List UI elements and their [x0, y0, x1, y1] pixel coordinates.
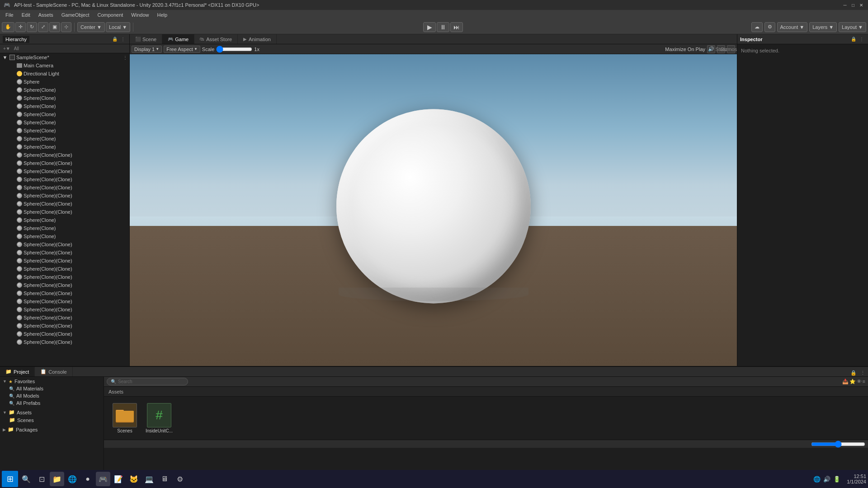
menu-component[interactable]: Component: [94, 11, 127, 19]
menu-gameobject[interactable]: GameObject: [58, 11, 93, 19]
account-dropdown[interactable]: Account ▼: [777, 22, 808, 32]
asset-tool-2[interactable]: ⭐: [849, 379, 856, 385]
hand-tool-button[interactable]: ✋: [2, 22, 14, 32]
battery-icon[interactable]: 🔋: [833, 476, 840, 483]
asset-tool-4[interactable]: ≡: [863, 379, 865, 385]
menu-help[interactable]: Help: [153, 11, 171, 19]
asset-tool-3[interactable]: 👁: [857, 379, 862, 385]
cloud-button[interactable]: ⚙: [764, 22, 775, 32]
animation-tab[interactable]: ▶ Animation: [238, 34, 277, 44]
inspector-lock-button[interactable]: 🔒: [850, 36, 857, 43]
taskbar-vscode[interactable]: 📝: [111, 472, 126, 486]
collab-button[interactable]: ☁: [751, 22, 763, 32]
add-hierarchy-button[interactable]: +▼: [2, 46, 12, 52]
all-prefabs-item[interactable]: 🔍 All Prefabs: [0, 399, 104, 407]
taskbar-misc2[interactable]: 🖥: [157, 472, 172, 486]
rect-tool-button[interactable]: ▣: [49, 22, 60, 32]
taskbar-github[interactable]: 🐱: [127, 472, 141, 486]
sphere-item-0[interactable]: Sphere: [7, 78, 129, 86]
scale-slider[interactable]: [216, 46, 252, 53]
display-dropdown[interactable]: Display 1 ▼: [132, 46, 162, 53]
all-models-item[interactable]: 🔍 All Models: [0, 392, 104, 399]
sphere-item-8[interactable]: Sphere(Clone): [7, 143, 129, 151]
game-tab[interactable]: 🎮 Game: [162, 34, 194, 44]
sphere-item-6[interactable]: Sphere(Clone): [7, 127, 129, 135]
console-tab[interactable]: 📋 Console: [35, 367, 72, 376]
scene-root-item[interactable]: ▼ SampleScene* ⋮: [0, 53, 129, 61]
hierarchy-lock-button[interactable]: 🔒: [111, 36, 118, 43]
sphere-item-cc3[interactable]: Sphere(Clone)(Clone): [7, 257, 129, 265]
sphere-item-cc2[interactable]: Sphere(Clone)(Clone): [7, 249, 129, 257]
play-button[interactable]: ▶: [423, 22, 436, 32]
sphere-item-cc9[interactable]: Sphere(Clone)(Clone): [7, 305, 129, 314]
menu-edit[interactable]: Edit: [18, 11, 34, 19]
layout-dropdown[interactable]: Layout ▼: [839, 22, 866, 32]
assets-header[interactable]: ▼ 📁 Assets: [0, 408, 104, 416]
scenes-item[interactable]: 📁 Scenes: [0, 416, 104, 424]
pause-button[interactable]: ⏸: [437, 22, 449, 32]
sphere-item-cc1[interactable]: Sphere(Clone)(Clone): [7, 240, 129, 249]
sphere-item-c8[interactable]: Sphere(Clone)(Clone): [7, 208, 129, 216]
sphere-item-3[interactable]: Sphere(Clone): [7, 102, 129, 110]
maximize-on-play-button[interactable]: Maximize On Play: [665, 47, 705, 52]
project-tab[interactable]: 📁 Project: [0, 367, 35, 376]
sphere-item-5[interactable]: Sphere(Clone): [7, 118, 129, 127]
sphere-item-c2[interactable]: Sphere(Clone)(Clone): [7, 159, 129, 167]
sphere-item-cc6[interactable]: Sphere(Clone)(Clone): [7, 281, 129, 289]
sphere-item-4[interactable]: Sphere(Clone): [7, 110, 129, 118]
rotate-tool-button[interactable]: ↻: [27, 22, 37, 32]
taskbar-chrome[interactable]: ●: [80, 472, 95, 486]
taskbar-search[interactable]: 🔍: [19, 472, 33, 486]
sphere-item-2[interactable]: Sphere(Clone): [7, 94, 129, 102]
pivot-space-dropdown[interactable]: Local ▼: [106, 22, 130, 32]
all-materials-item[interactable]: 🔍 All Materials: [0, 385, 104, 392]
move-tool-button[interactable]: ✛: [15, 22, 26, 32]
taskbar-task-view[interactable]: ⊡: [34, 472, 49, 486]
favorites-header[interactable]: ▼ ★ Favorites: [0, 378, 104, 385]
sphere-item-cc12[interactable]: Sphere(Clone)(Clone): [7, 330, 129, 338]
sphere-item-bottom[interactable]: Sphere(Clone)(Clone): [7, 338, 129, 346]
taskbar-explorer[interactable]: 📁: [50, 472, 64, 486]
sphere-item-cc7[interactable]: Sphere(Clone)(Clone): [7, 289, 129, 297]
pivot-mode-dropdown[interactable]: Center ▼: [77, 22, 105, 32]
menu-assets[interactable]: Assets: [35, 11, 57, 19]
script-asset[interactable]: # InsideUnitC...: [143, 401, 175, 435]
scene-menu-icon[interactable]: ⋮: [123, 55, 127, 60]
sphere-item-cc5[interactable]: Sphere(Clone)(Clone): [7, 273, 129, 281]
audio-toggle-button[interactable]: 🔊: [707, 45, 715, 53]
scene-tab[interactable]: ⬛ Scene: [130, 34, 162, 44]
step-button[interactable]: ⏭: [450, 22, 463, 32]
sphere-item-cc4[interactable]: Sphere(Clone)(Clone): [7, 265, 129, 273]
asset-store-tab[interactable]: 🛍 Asset Store: [194, 34, 238, 44]
asset-tool-1[interactable]: 📥: [842, 379, 849, 385]
sphere-item-11[interactable]: Sphere(Clone): [7, 232, 129, 240]
menu-file[interactable]: File: [2, 11, 17, 19]
taskbar-clock[interactable]: 12:51 1/1/2024: [847, 474, 866, 484]
sphere-item-c5[interactable]: Sphere(Clone)(Clone): [7, 183, 129, 192]
hierarchy-list[interactable]: ▼ SampleScene* ⋮ Main Camera Directional…: [0, 53, 129, 366]
volume-icon[interactable]: 🔊: [823, 476, 830, 483]
hierarchy-menu-button[interactable]: ⋮: [119, 36, 127, 43]
title-bar-controls[interactable]: ─ □ ✕: [842, 2, 864, 8]
bottom-lock-button[interactable]: 🔒: [850, 369, 857, 376]
hierarchy-tab[interactable]: Hierarchy: [3, 36, 29, 43]
asset-size-slider[interactable]: [811, 441, 865, 448]
sphere-item-c6[interactable]: Sphere(Clone)(Clone): [7, 192, 129, 200]
packages-header[interactable]: ▶ 📁 Packages: [0, 426, 104, 433]
directional-light-item[interactable]: Directional Light: [7, 70, 129, 78]
network-icon[interactable]: 🌐: [813, 476, 821, 483]
taskbar-misc1[interactable]: 💻: [142, 472, 156, 486]
gizmos-button[interactable]: Gizmos ▼: [727, 45, 735, 53]
sphere-item-c4[interactable]: Sphere(Clone)(Clone): [7, 175, 129, 183]
sphere-item-cc10[interactable]: Sphere(Clone)(Clone): [7, 314, 129, 322]
minimize-button[interactable]: ─: [842, 2, 848, 8]
menu-window[interactable]: Window: [127, 11, 152, 19]
taskbar-unity[interactable]: 🎮: [96, 472, 110, 486]
all-scenes-btn[interactable]: All: [13, 46, 20, 52]
inspector-menu-button[interactable]: ⋮: [858, 36, 865, 43]
taskbar-edge[interactable]: 🌐: [65, 472, 80, 486]
aspect-dropdown[interactable]: Free Aspect ▼: [164, 46, 200, 53]
sphere-item-c1[interactable]: Sphere(Clone)(Clone): [7, 151, 129, 159]
taskbar-misc3[interactable]: ⚙: [173, 472, 187, 486]
transform-tool-button[interactable]: ⊹: [61, 22, 71, 32]
